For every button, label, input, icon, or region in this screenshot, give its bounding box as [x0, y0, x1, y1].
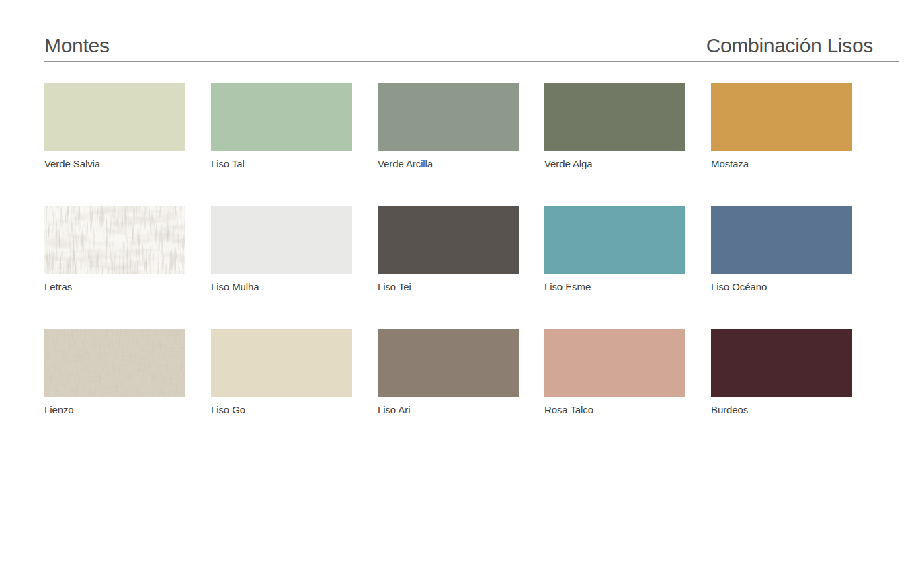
swatch-tile [44, 329, 185, 397]
swatch-card: Rosa Talco [544, 329, 686, 415]
swatch-tile [544, 329, 686, 397]
swatch-card: Letras [44, 206, 185, 292]
swatch-card: Liso Tal [211, 83, 352, 169]
swatch-label: Liso Tei [378, 282, 519, 292]
swatch-label: Verde Alga [544, 159, 686, 169]
swatch-label: Verde Salvia [44, 159, 185, 169]
swatch-tile [711, 206, 852, 274]
swatch-label: Lienzo [44, 405, 185, 415]
swatch-tile [711, 83, 852, 151]
page-header: Montes Combinación Lisos [44, 35, 899, 62]
swatch-label: Liso Mulha [211, 282, 352, 292]
swatch-label: Verde Arcilla [378, 159, 519, 169]
swatch-label: Liso Tal [211, 159, 352, 169]
swatch-label: Rosa Talco [544, 405, 686, 415]
collection-title: Montes [44, 35, 110, 56]
swatch-tile [544, 83, 686, 151]
swatch-card: Burdeos [711, 329, 852, 415]
swatch-card: Liso Ari [378, 329, 519, 415]
swatch-label: Letras [44, 282, 185, 292]
swatch-card: Verde Arcilla [378, 83, 519, 169]
swatch-card: Liso Go [211, 329, 352, 415]
swatch-label: Liso Go [211, 405, 352, 415]
swatch-card: Liso Tei [378, 206, 519, 292]
swatch-tile [211, 83, 352, 151]
swatch-card: Verde Salvia [44, 83, 185, 169]
swatch-card: Liso Océano [711, 206, 852, 292]
swatch-tile [211, 329, 352, 397]
swatch-label: Liso Ari [378, 405, 519, 415]
swatch-tile [44, 206, 185, 274]
swatch-label: Burdeos [711, 405, 852, 415]
lienzo-texture [44, 329, 185, 397]
letras-texture [44, 206, 185, 274]
swatch-card: Liso Mulha [211, 206, 352, 292]
swatch-tile [378, 206, 519, 274]
swatch-label: Liso Esme [544, 282, 686, 292]
swatch-label: Liso Océano [711, 282, 852, 292]
swatch-tile [44, 83, 185, 151]
swatch-tile [544, 206, 686, 274]
swatch-tile [378, 83, 519, 151]
swatch-tile [711, 329, 852, 397]
swatch-grid: Verde SalviaLiso TalVerde ArcillaVerde A… [44, 83, 852, 415]
combination-title: Combinación Lisos [706, 35, 899, 56]
swatch-label: Mostaza [711, 159, 852, 169]
swatch-card: Mostaza [711, 83, 852, 169]
swatch-card: Verde Alga [544, 83, 686, 169]
swatch-tile [211, 206, 352, 274]
swatch-tile [378, 329, 519, 397]
catalog-page: Montes Combinación Lisos Verde SalviaLis… [0, 0, 914, 588]
swatch-card: Lienzo [44, 329, 185, 415]
swatch-card: Liso Esme [544, 206, 686, 292]
